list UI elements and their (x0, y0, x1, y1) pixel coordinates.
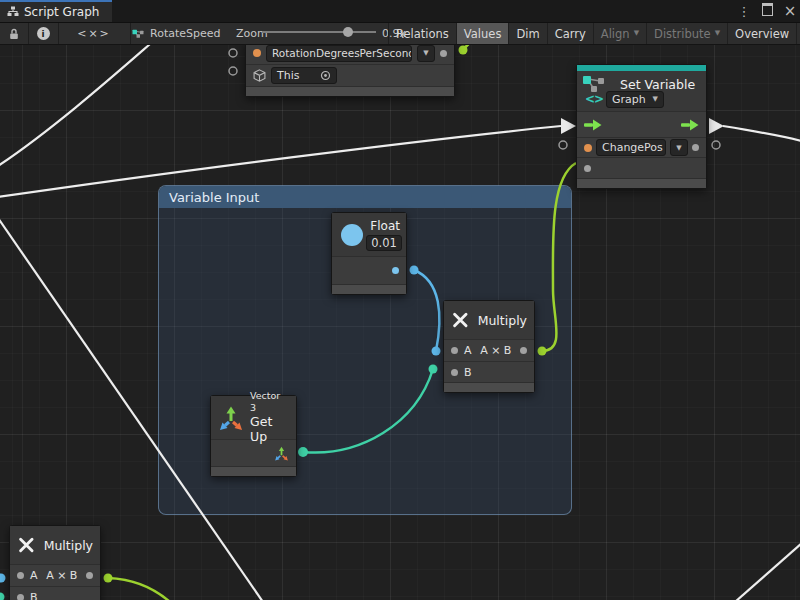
variable-port-icon[interactable] (253, 49, 261, 57)
input-port-b[interactable] (451, 369, 458, 376)
port-label-out: A × B (46, 569, 77, 582)
close-icon[interactable]: × (782, 2, 798, 20)
button-align[interactable]: Align▼ (593, 23, 646, 44)
lock-icon (9, 28, 19, 40)
group-header[interactable]: Variable Input (159, 186, 571, 208)
script-graph-window: Variable Input (0, 0, 800, 600)
node-footer (211, 467, 296, 476)
value-input-port[interactable] (584, 165, 591, 172)
node-multiply-bottom[interactable]: Multiply A A × B B (9, 525, 101, 600)
multiply-row-a: A A × B (10, 565, 100, 586)
button-distribute[interactable]: Distribute▼ (646, 23, 727, 44)
view-buttons: Relations Values Dim Carry Align▼ Distri… (388, 23, 800, 44)
multiply-row-b: B (10, 587, 100, 600)
variable-name: RotationDegreesPerSecond (272, 47, 412, 59)
float-output-port[interactable] (392, 267, 399, 274)
set-variable-name-row: ChangePos ▼ (577, 138, 706, 157)
node-footer (444, 383, 534, 392)
output-port[interactable] (520, 347, 527, 354)
multiply-row-b: B (444, 362, 534, 382)
multiply-header: Multiply (444, 301, 534, 339)
set-variable-header: Set Variable <> Graph ▼ (577, 71, 706, 111)
maximize-icon[interactable] (759, 3, 775, 19)
port-label-out: A × B (480, 344, 511, 357)
node-title: Float (370, 219, 400, 233)
node-multiply-center[interactable]: Multiply A A × B B (443, 300, 535, 393)
dropdown-arrow-icon: ▼ (634, 30, 639, 37)
node-footer (332, 285, 406, 294)
variable-name-dropdown[interactable]: RotationDegreesPerSecond (266, 45, 412, 62)
graph-hierarchy-icon (7, 6, 19, 18)
multiply-icon (451, 307, 470, 333)
kind-icon: <> (585, 92, 603, 106)
set-variable-input-row (577, 158, 706, 178)
target-label: This (277, 69, 299, 82)
variable-name-dropdown[interactable]: ChangePos (596, 139, 666, 156)
group-title: Variable Input (169, 190, 259, 205)
input-port-a[interactable] (17, 572, 24, 579)
zoom-label: Zoom (236, 27, 268, 40)
variable-port-icon[interactable] (584, 144, 592, 152)
scope-dropdown[interactable]: Graph ▼ (606, 91, 664, 108)
info-icon: i (37, 27, 50, 40)
input-port-b[interactable] (17, 594, 24, 600)
button-dim[interactable]: Dim (508, 23, 546, 44)
lock-button[interactable] (0, 23, 29, 44)
float-output-row (332, 257, 406, 284)
output-port[interactable] (86, 572, 93, 579)
button-carry[interactable]: Carry (547, 23, 593, 44)
scope-label: Graph (612, 93, 646, 106)
float-header: Float 0.01 (332, 213, 406, 256)
value-output-port[interactable] (692, 144, 699, 151)
flow-output-port[interactable] (681, 119, 699, 131)
port-label-a: A (30, 569, 38, 582)
dropdown-arrow-icon[interactable]: ▼ (670, 139, 688, 156)
node-title: Multiply (478, 313, 527, 328)
gameobject-cube-icon (253, 69, 266, 82)
tab-script-graph[interactable]: Script Graph (0, 0, 112, 22)
node-get-up[interactable]: Vector 3 Get Up (210, 395, 297, 477)
variable-name: ChangePos (602, 141, 663, 154)
node-title: Set Variable (620, 77, 695, 92)
dropdown-arrow-icon: ▼ (715, 30, 720, 37)
multiply-icon (17, 532, 36, 558)
kebab-menu-icon[interactable]: ⋮ (736, 4, 752, 19)
input-port-a[interactable] (451, 347, 458, 354)
node-type-label: Vector 3 (250, 390, 289, 414)
port-label-a: A (464, 344, 472, 357)
code-view-button[interactable]: <×> (58, 23, 131, 44)
variable-icon (582, 75, 608, 92)
button-values[interactable]: Values (456, 23, 509, 44)
button-relations[interactable]: Relations (388, 23, 456, 44)
get-up-header: Vector 3 Get Up (211, 396, 296, 439)
button-full-screen[interactable]: Full Screen (796, 23, 800, 44)
node-title: Multiply (44, 538, 93, 553)
graph-toolbar: i <×> RotateSpeed Zoom 0.9x Relations Va… (0, 22, 800, 45)
graph-breadcrumb[interactable]: RotateSpeed (132, 23, 221, 44)
zoom-slider-handle[interactable] (343, 27, 353, 37)
flow-row (577, 112, 706, 137)
node-set-variable[interactable]: Set Variable <> Graph ▼ ChangePos ▼ (576, 64, 707, 189)
float-value-field[interactable]: 0.01 (366, 235, 402, 251)
port-label-b: B (464, 366, 472, 379)
float-type-icon (341, 224, 363, 246)
dropdown-arrow-icon[interactable]: ▼ (417, 45, 435, 62)
code-view-icon: <×> (77, 27, 111, 40)
target-field[interactable]: This (271, 67, 337, 84)
node-float[interactable]: Float 0.01 (331, 212, 407, 295)
node-title: Get Up (250, 414, 289, 445)
vector3-icon (218, 405, 244, 431)
button-overview[interactable]: Overview (727, 23, 796, 44)
value-output-port[interactable] (440, 50, 447, 57)
object-picker-icon[interactable] (320, 70, 331, 81)
zoom-slider-track[interactable] (262, 31, 376, 33)
title-bar: Script Graph ⋮ × (0, 0, 800, 22)
multiply-row-a: A A × B (444, 340, 534, 361)
node-get-variable[interactable]: RotationDegreesPerSecond ▼ This (245, 41, 455, 97)
get-variable-target-row: This (246, 65, 454, 86)
get-variable-value-row: RotationDegreesPerSecond ▼ (246, 42, 454, 64)
vector3-output-port[interactable] (274, 446, 289, 461)
info-button[interactable]: i (28, 23, 59, 44)
graph-name: RotateSpeed (150, 27, 221, 40)
flow-input-port[interactable] (584, 119, 602, 131)
